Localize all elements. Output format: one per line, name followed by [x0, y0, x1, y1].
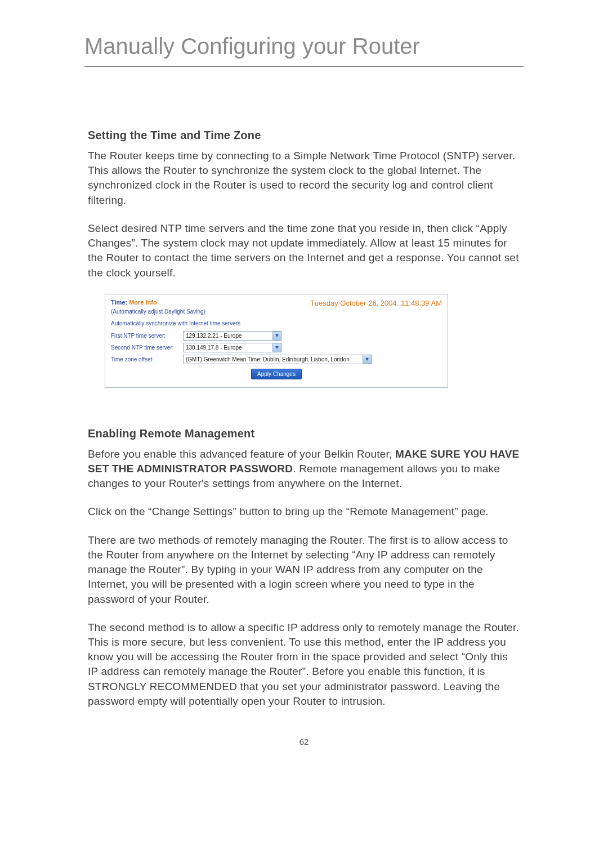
figure-header-row: Time: More Info Tuesday October 26, 2004…	[111, 299, 442, 307]
more-info-link[interactable]: More Info	[129, 299, 157, 306]
timezone-dropdown-button[interactable]	[363, 355, 372, 364]
time-title-block: Time: More Info	[111, 299, 157, 306]
second-ntp-value: 130.149.17.8 - Europe	[183, 343, 273, 352]
first-ntp-select[interactable]: 129.132.2.21 - Europe	[183, 331, 281, 341]
second-ntp-label: Second NTP time server:	[111, 344, 183, 351]
section2-heading: Enabling Remote Management	[88, 427, 520, 440]
timezone-row: Time zone offset: (GMT) Greenwich Mean T…	[111, 355, 442, 364]
page-number: 62	[88, 737, 520, 746]
section1-heading: Setting the Time and Time Zone	[88, 129, 520, 142]
s2p1a: Before you enable this advanced feature …	[88, 448, 395, 460]
timezone-label: Time zone offset:	[111, 356, 183, 363]
chevron-down-icon	[275, 334, 279, 337]
second-ntp-dropdown-button[interactable]	[273, 343, 281, 352]
dst-label: (Automatically adjust Daylight Saving)	[111, 308, 442, 315]
time-label: Time:	[111, 299, 127, 306]
section1-para2: Select desired NTP time servers and the …	[88, 221, 520, 280]
section1-para1: The Router keeps time by connecting to a…	[88, 149, 520, 208]
current-date: Tuesday October 26, 2004. 11:48:39 AM	[310, 299, 442, 307]
section2-para1: Before you enable this advanced feature …	[88, 447, 520, 491]
chevron-down-icon	[275, 346, 279, 349]
first-ntp-row: First NTP time server: 129.132.2.21 - Eu…	[111, 331, 442, 341]
time-settings-figure: Time: More Info Tuesday October 26, 2004…	[105, 294, 448, 388]
apply-row: Apply Changes	[111, 369, 442, 379]
content-area: Setting the Time and Time Zone The Route…	[84, 129, 524, 746]
first-ntp-value: 129.132.2.21 - Europe	[183, 331, 273, 341]
section2-para2: Click on the “Change Settings” button to…	[88, 504, 520, 519]
section2-para4: The second method is to allow a specific…	[88, 620, 520, 709]
timezone-value: (GMT) Greenwich Mean Time: Dublin, Edinb…	[183, 355, 363, 364]
timezone-select[interactable]: (GMT) Greenwich Mean Time: Dublin, Edinb…	[183, 355, 372, 364]
second-ntp-row: Second NTP time server: 130.149.17.8 - E…	[111, 343, 442, 352]
autosync-label: Automatically synchronize with Internet …	[111, 320, 442, 326]
second-ntp-select[interactable]: 130.149.17.8 - Europe	[183, 343, 281, 352]
section2-para3: There are two methods of remotely managi…	[88, 533, 520, 607]
apply-changes-button[interactable]: Apply Changes	[251, 369, 302, 379]
page-container: Manually Configuring your Router Setting…	[0, 0, 608, 769]
first-ntp-dropdown-button[interactable]	[273, 331, 281, 341]
page-title: Manually Configuring your Router	[84, 34, 524, 67]
first-ntp-label: First NTP time server:	[111, 333, 183, 339]
chevron-down-icon	[365, 358, 369, 361]
